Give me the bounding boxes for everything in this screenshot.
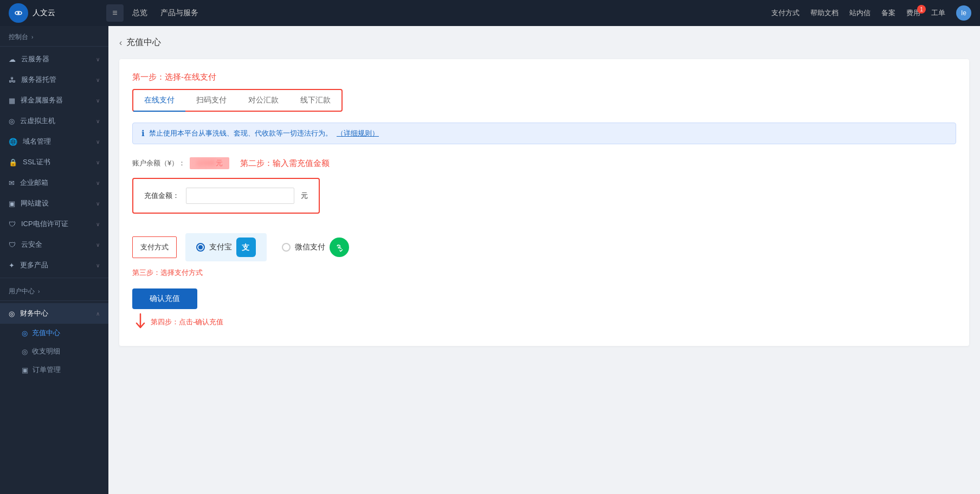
sidebar-item-security[interactable]: 🛡 云安全 ∨ [0,234,108,255]
nav-overview[interactable]: 总览 [132,6,147,20]
step1-label: 第一步：选择-在线支付 [132,72,956,82]
alipay-icon: 支 [236,238,256,257]
back-arrow-icon[interactable]: ‹ [119,38,122,48]
nav-icp[interactable]: 备案 [881,8,895,18]
payment-row: 支付方式 支付宝 支 [132,233,956,261]
server-hosting-icon: 🖧 [9,76,16,84]
control-panel-section[interactable]: 控制台 › [0,26,108,44]
balance-value: 12345元 [190,157,229,169]
recharge-card: 第一步：选择-在线支付 在线支付 扫码支付 对公汇款 线下汇款 ℹ 禁止使用本平… [119,59,969,346]
balance-row: 账户余额（¥）： 12345元 第二步：输入需充值金额 [132,157,956,169]
svg-text:支: 支 [241,243,250,252]
sidebar-item-bare-metal[interactable]: ▦ 裸金属服务器 ∨ [0,90,108,111]
sidebar-item-virtual-host[interactable]: ◎ 云虚拟主机 ∨ [0,111,108,131]
alipay-radio-inner [198,245,203,249]
nav-products[interactable]: 产品与服务 [160,6,198,20]
payment-method-section: 支付方式 支付宝 支 [132,233,956,278]
warning-text: 禁止使用本平台从事洗钱、套现、代收款等一切违法行为。 [149,129,332,138]
sidebar-item-website[interactable]: ▣ 网站建设 ∨ [0,193,108,214]
step4-annotation: 第四步：点击-确认充值 [132,311,223,333]
warning-link[interactable]: （详细规则） [337,129,379,138]
chevron-ssl: ∨ [96,159,100,165]
nav-message[interactable]: 站内信 [849,8,871,18]
amount-label: 充值金额： [144,191,179,201]
sidebar-item-server-hosting[interactable]: 🖧 服务器托管 ∨ [0,69,108,90]
tab-offline[interactable]: 线下汇款 [289,90,341,112]
top-nav-right: 支付方式 帮助文档 站内信 备案 费用 1 工单 Ie [771,5,971,21]
icp-icon: 🛡 [9,220,16,228]
sidebar-item-domain[interactable]: 🌐 域名管理 ∨ [0,131,108,152]
domain-icon: 🌐 [9,138,17,146]
wechat-radio[interactable] [282,243,291,252]
chevron-bare-metal: ∨ [96,98,100,104]
user-center-chevron: › [38,288,40,294]
chevron-website: ∨ [96,201,100,207]
ssl-icon: 🔒 [9,158,17,166]
sidebar: 控制台 › ☁ 云服务器 ∨ 🖧 服务器托管 ∨ ▦ 裸金属服务器 ∨ [0,26,108,494]
amount-section: 充值金额： 元 [132,178,320,214]
divider-3 [0,300,108,301]
income-sub-icon: ◎ [22,348,28,356]
amount-input[interactable] [186,188,294,204]
layout: 控制台 › ☁ 云服务器 ∨ 🖧 服务器托管 ∨ ▦ 裸金属服务器 ∨ [0,26,980,494]
nav-fees[interactable]: 费用 1 [906,8,920,18]
payment-tab-bar: 在线支付 扫码支付 对公汇款 线下汇款 [133,90,341,111]
payment-label: 支付方式 [132,236,177,258]
website-icon: ▣ [9,200,15,208]
sidebar-item-email[interactable]: ✉ 企业邮箱 ∨ [0,172,108,193]
chevron-email: ∨ [96,180,100,186]
info-icon: ℹ [141,129,145,138]
chevron-more: ∨ [96,262,100,268]
logo-area: 人文云 [9,3,106,23]
step4-label: 第四步：点击-确认充值 [151,317,223,327]
wechat-option[interactable]: 微信支付 [271,233,360,261]
arrow-icon [132,311,149,333]
page-header: ‹ 充值中心 [119,37,969,48]
bare-metal-icon: ▦ [9,97,15,105]
logo-icon [9,3,28,23]
step3-label: 第三步：选择支付方式 [132,268,956,278]
sidebar-item-finance[interactable]: ◎ 财务中心 ∧ [0,303,108,324]
sidebar-sub-income[interactable]: ◎ 收支明细 [0,342,108,361]
chevron-finance: ∧ [96,311,100,317]
wechat-icon [330,238,349,257]
top-nav: 人文云 ≡ 总览 产品与服务 支付方式 帮助文档 站内信 备案 费用 1 工单 … [0,0,980,26]
chevron-icp: ∨ [96,221,100,227]
security-icon: 🛡 [9,241,16,249]
tab-qrcode-payment[interactable]: 扫码支付 [185,90,237,112]
svg-point-1 [17,12,20,14]
confirm-button[interactable]: 确认充值 [132,288,197,309]
step2-label: 第二步：输入需充值金额 [240,158,330,169]
nav-help[interactable]: 帮助文档 [810,8,839,18]
svg-point-6 [339,248,339,249]
alipay-radio[interactable] [196,243,205,252]
sidebar-item-cloud-server[interactable]: ☁ 云服务器 ∨ [0,49,108,69]
sidebar-item-ssl[interactable]: 🔒 SSL证书 ∨ [0,152,108,172]
more-icon: ✦ [9,261,15,270]
tab-transfer[interactable]: 对公汇款 [237,90,289,112]
amount-unit: 元 [301,191,308,201]
chevron-security: ∨ [96,242,100,248]
finance-icon: ◎ [9,310,15,318]
sidebar-item-icp[interactable]: 🛡 ICP电信许可证 ∨ [0,214,108,234]
chevron-cloud-server: ∨ [96,56,100,62]
wechat-label: 微信支付 [295,242,325,252]
chevron-domain: ∨ [96,139,100,145]
chevron-virtual-host: ∨ [96,118,100,124]
alipay-label: 支付宝 [209,242,232,252]
user-avatar[interactable]: Ie [956,5,971,21]
fees-badge: 1 [917,5,926,14]
alipay-option[interactable]: 支付宝 支 [185,233,267,261]
nav-payment-method[interactable]: 支付方式 [771,8,800,18]
orders-sub-icon: ▣ [22,366,28,374]
user-center-section[interactable]: 用户中心 › [0,280,108,298]
menu-toggle-button[interactable]: ≡ [106,4,124,22]
divider-1 [0,46,108,47]
page-title: 充值中心 [126,37,161,48]
nav-workorder[interactable]: 工单 [931,8,945,18]
warning-banner: ℹ 禁止使用本平台从事洗钱、套现、代收款等一切违法行为。 （详细规则） [132,123,956,144]
tab-online-payment[interactable]: 在线支付 [133,90,185,112]
sidebar-sub-orders[interactable]: ▣ 订单管理 [0,361,108,379]
sidebar-sub-recharge[interactable]: ◎ 充值中心 [0,324,108,342]
sidebar-item-more[interactable]: ✦ 更多产品 ∨ [0,255,108,275]
